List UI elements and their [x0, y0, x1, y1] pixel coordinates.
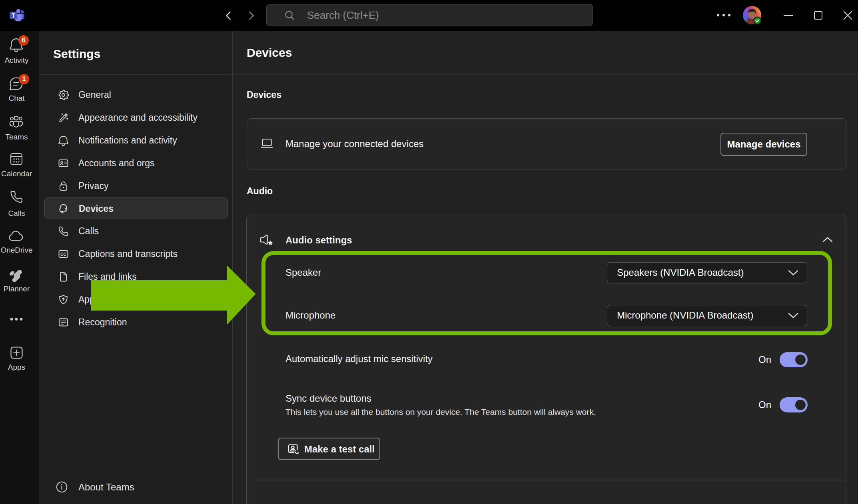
svg-text:CC: CC: [60, 252, 67, 257]
